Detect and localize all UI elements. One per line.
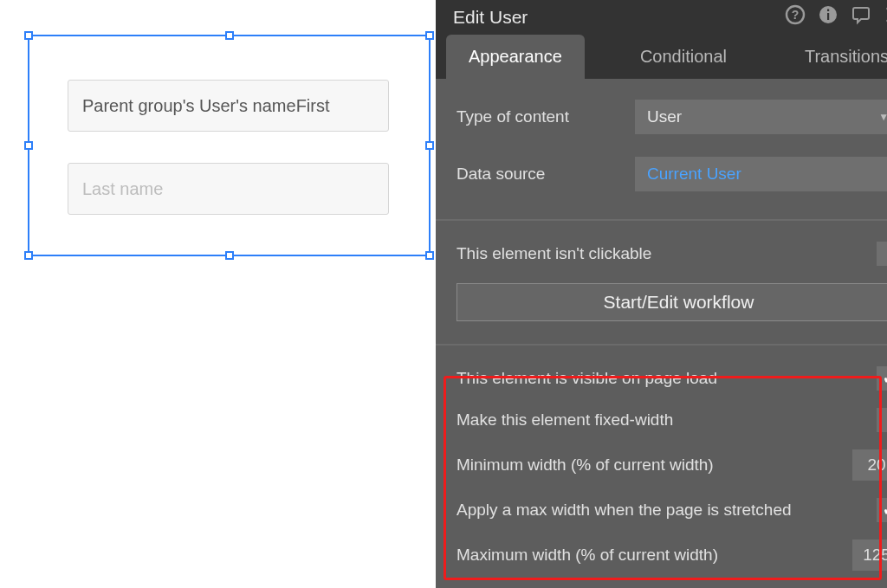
chevron-down-icon: ▼ <box>878 111 887 123</box>
type-of-content-select[interactable]: User ▼ <box>635 100 887 134</box>
min-width-input[interactable]: 20 <box>852 449 887 481</box>
input-first-name-text: Parent group's User's nameFirst <box>82 96 330 116</box>
svg-rect-3 <box>827 13 829 20</box>
resize-handle-ml[interactable] <box>24 141 33 150</box>
input-first-name[interactable]: Parent group's User's nameFirst <box>68 80 389 132</box>
apply-max-width-label: Apply a max width when the page is stret… <box>456 501 877 520</box>
apply-max-width-checkbox[interactable]: ✔ <box>877 498 887 522</box>
clickable-label: This element isn't clickable <box>456 244 877 263</box>
type-of-content-label: Type of content <box>456 107 635 126</box>
visible-on-load-checkbox[interactable]: ✔ <box>877 366 887 391</box>
info-icon[interactable] <box>818 4 838 30</box>
editor-canvas[interactable]: Parent group's User's nameFirst Last nam… <box>0 0 436 588</box>
input-last-name[interactable]: Last name <box>68 163 389 215</box>
section-divider-2 <box>436 344 887 346</box>
tab-conditional[interactable]: Conditional <box>618 35 749 79</box>
section-divider <box>436 219 887 221</box>
clickable-checkbox[interactable] <box>877 242 887 266</box>
min-width-label: Minimum width (% of current width) <box>456 456 852 475</box>
panel-tabs: Appearance Conditional Transitions <box>436 35 887 79</box>
input-last-name-placeholder: Last name <box>82 179 163 199</box>
data-source-value: Current User <box>647 165 741 184</box>
data-source-field[interactable]: Current User <box>635 157 887 191</box>
max-width-input[interactable]: 125 <box>852 540 887 571</box>
resize-handle-mr[interactable] <box>425 141 434 150</box>
fixed-width-checkbox[interactable] <box>877 408 887 432</box>
resize-handle-tl[interactable] <box>24 31 33 40</box>
panel-title: Edit User <box>453 7 528 28</box>
svg-text:?: ? <box>792 8 800 22</box>
tab-transitions[interactable]: Transitions <box>782 35 887 79</box>
svg-rect-4 <box>827 9 829 11</box>
property-panel: Edit User ? Appearance Conditional Trans… <box>436 0 887 588</box>
close-icon[interactable] <box>884 4 887 30</box>
resize-handle-bc[interactable] <box>225 251 234 260</box>
resize-handle-bl[interactable] <box>24 251 33 260</box>
resize-handle-tc[interactable] <box>225 31 234 40</box>
resize-handle-br[interactable] <box>425 251 434 260</box>
selection-box[interactable]: Parent group's User's nameFirst Last nam… <box>28 35 431 256</box>
data-source-label: Data source <box>456 165 635 184</box>
max-width-label: Maximum width (% of current width) <box>456 546 852 565</box>
type-of-content-value: User <box>647 107 682 126</box>
panel-header: Edit User ? <box>436 0 887 35</box>
comment-icon[interactable] <box>851 4 871 30</box>
fixed-width-label: Make this element fixed-width <box>456 410 877 430</box>
visible-on-load-label: This element is visible on page load <box>456 369 877 388</box>
tab-appearance[interactable]: Appearance <box>446 35 585 79</box>
resize-handle-tr[interactable] <box>425 31 434 40</box>
start-edit-workflow-button[interactable]: Start/Edit workflow <box>456 283 887 322</box>
help-icon[interactable]: ? <box>785 4 806 30</box>
